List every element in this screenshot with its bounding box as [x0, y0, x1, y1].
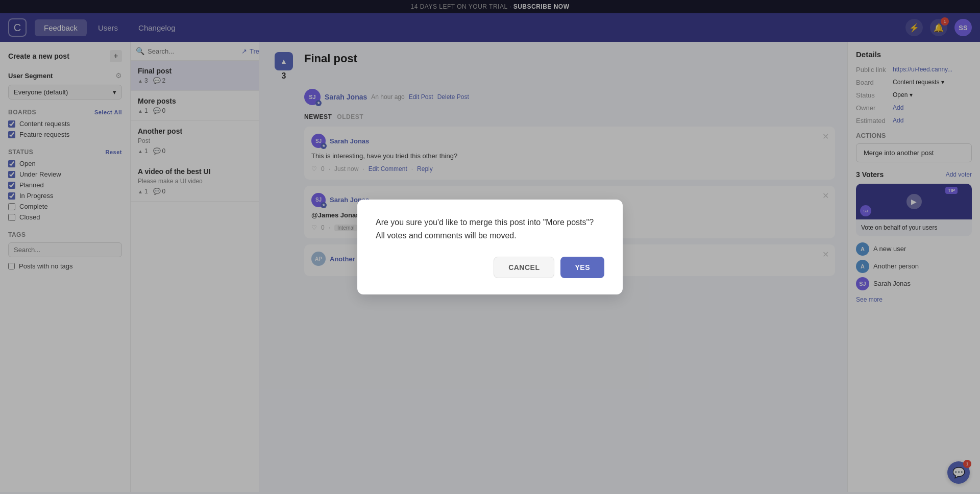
modal-actions: CANCEL YES	[376, 257, 604, 278]
modal-overlay: Are you sure you'd like to merge this po…	[0, 0, 980, 492]
modal-yes-button[interactable]: YES	[560, 257, 604, 278]
modal-cancel-button[interactable]: CANCEL	[494, 257, 554, 278]
modal-text: Are you sure you'd like to merge this po…	[376, 216, 604, 242]
modal-box: Are you sure you'd like to merge this po…	[357, 200, 623, 294]
